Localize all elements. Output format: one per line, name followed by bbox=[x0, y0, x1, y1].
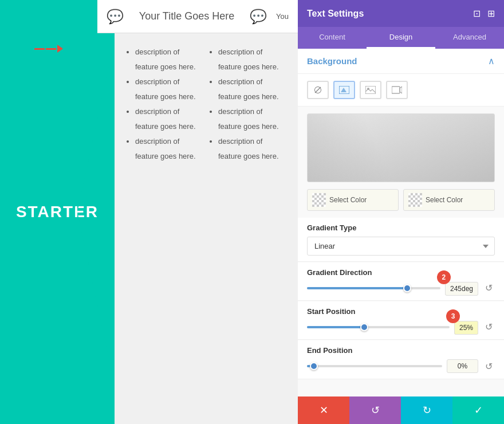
checker-box-2 bbox=[408, 193, 422, 207]
gradient-direction-track bbox=[307, 287, 440, 289]
badge-2: 2 bbox=[437, 270, 451, 284]
end-position-slider-row: 0% ↺ bbox=[307, 359, 495, 373]
background-title: Background bbox=[307, 56, 357, 66]
tab-design[interactable]: Design bbox=[367, 27, 435, 49]
start-position-value[interactable]: 25% bbox=[454, 321, 478, 335]
start-position-slider-row: 3 25% ↺ bbox=[307, 320, 495, 333]
confirm-button[interactable]: ✓ bbox=[452, 396, 504, 424]
badge-3: 3 bbox=[446, 309, 460, 323]
chat-icon-right: 💬 bbox=[250, 9, 267, 25]
gradient-preview bbox=[307, 113, 495, 182]
arrow-head bbox=[57, 45, 63, 53]
feature-right-2: description of feature goes here. bbox=[218, 74, 286, 104]
feature-right-4: description of feature goes here. bbox=[218, 134, 286, 164]
gradient-direction-reset-btn[interactable]: ↺ bbox=[483, 281, 495, 295]
bg-type-row bbox=[298, 74, 504, 107]
end-position-value[interactable]: 0% bbox=[447, 359, 478, 373]
tab-content[interactable]: Content bbox=[298, 27, 367, 49]
feature-left-3: description of feature goes here. bbox=[135, 104, 203, 134]
chat-icon-left: 💬 bbox=[107, 9, 124, 25]
gradient-direction-thumb[interactable] bbox=[403, 284, 411, 292]
gradient-icon bbox=[339, 86, 349, 94]
settings-body: Background ∧ bbox=[298, 49, 504, 396]
redo-button[interactable]: ↻ bbox=[401, 396, 452, 424]
bg-type-none-btn[interactable] bbox=[307, 81, 329, 99]
header-icons: ⊡ ⊞ bbox=[473, 8, 495, 19]
color-selector-2[interactable]: Select Color bbox=[403, 189, 495, 211]
start-position-section: Start Position 3 25% ↺ bbox=[298, 301, 504, 340]
canvas-title: Your Title Goes Here bbox=[133, 10, 241, 22]
reset-button[interactable]: ↺ bbox=[349, 396, 401, 424]
red-arrow-indicator bbox=[34, 45, 63, 53]
cancel-button[interactable]: ✕ bbox=[298, 396, 349, 424]
bg-type-image-btn[interactable] bbox=[360, 81, 381, 99]
no-fill-icon bbox=[313, 85, 322, 95]
start-position-label: Start Position bbox=[307, 307, 495, 316]
bg-type-video-btn[interactable] bbox=[386, 81, 408, 99]
tab-advanced[interactable]: Advanced bbox=[435, 27, 504, 49]
you-label: You bbox=[276, 12, 289, 21]
svg-line-0 bbox=[315, 87, 321, 93]
color-label-2: Select Color bbox=[426, 196, 463, 204]
dash2 bbox=[46, 48, 56, 50]
content-area: description of feature goes here. descri… bbox=[115, 33, 298, 424]
gradient-direction-label: Gradient Direction bbox=[307, 268, 495, 277]
color-label-1: Select Color bbox=[329, 196, 367, 204]
end-position-label: End Position bbox=[307, 346, 495, 355]
end-position-section: End Position 0% ↺ bbox=[298, 340, 504, 379]
settings-title: Text Settings bbox=[307, 9, 364, 19]
features-right: description of feature goes here. descri… bbox=[209, 45, 286, 413]
bg-type-gradient-btn[interactable] bbox=[333, 81, 355, 99]
start-position-track bbox=[307, 326, 450, 328]
color-row: Select Color Select Color bbox=[307, 189, 495, 211]
video-icon bbox=[392, 86, 402, 94]
feature-left-1: description of feature goes here. bbox=[135, 45, 203, 74]
grid-icon[interactable]: ⊞ bbox=[487, 8, 495, 19]
action-bar: ✕ ↺ ↻ ✓ bbox=[298, 396, 504, 424]
end-position-reset-btn[interactable]: ↺ bbox=[483, 360, 495, 373]
gradient-preview-inner bbox=[308, 114, 494, 182]
gradient-type-label: Gradient Type bbox=[307, 223, 495, 232]
end-position-thumb[interactable] bbox=[310, 362, 318, 370]
features-left: description of feature goes here. descri… bbox=[126, 45, 203, 413]
feature-right-1: description of feature goes here. bbox=[218, 45, 286, 74]
color-selector-1[interactable]: Select Color bbox=[307, 189, 399, 211]
start-position-reset-btn[interactable]: ↺ bbox=[483, 320, 495, 333]
canvas-top-bar: 💬 Your Title Goes Here 💬 You bbox=[97, 0, 298, 33]
dash1 bbox=[34, 48, 45, 50]
feature-right-3: description of feature goes here. bbox=[218, 104, 286, 134]
gradient-direction-fill bbox=[307, 287, 407, 289]
gradient-direction-slider-row: 2 245deg ↺ bbox=[307, 281, 495, 295]
maximize-icon[interactable]: ⊡ bbox=[473, 8, 481, 19]
start-position-thumb[interactable] bbox=[360, 323, 368, 331]
background-section-header: Background ∧ bbox=[298, 49, 504, 74]
feature-left-2: description of feature goes here. bbox=[135, 74, 203, 104]
settings-header: Text Settings ⊡ ⊞ bbox=[298, 0, 504, 27]
checker-box-1 bbox=[312, 193, 326, 207]
feature-left-4: description of feature goes here. bbox=[135, 134, 203, 164]
end-position-track bbox=[307, 365, 442, 367]
color-selectors-wrapper: 1 Select Color Select Color bbox=[298, 189, 504, 211]
canvas-area: STARTER 💬 Your Title Goes Here 💬 You des… bbox=[0, 0, 298, 424]
gradient-direction-value[interactable]: 245deg bbox=[445, 282, 478, 296]
gradient-direction-section: Gradient Direction 2 245deg ↺ bbox=[298, 262, 504, 301]
tab-bar: Content Design Advanced bbox=[298, 27, 504, 49]
start-position-fill bbox=[307, 326, 364, 328]
gradient-type-dropdown[interactable]: Linear Radial bbox=[307, 237, 495, 256]
svg-rect-4 bbox=[392, 87, 400, 93]
image-icon bbox=[365, 86, 376, 94]
chevron-up-icon[interactable]: ∧ bbox=[488, 56, 495, 66]
gradient-type-section: Gradient Type Linear Radial bbox=[298, 218, 504, 262]
settings-panel: Text Settings ⊡ ⊞ Content Design Advance… bbox=[298, 0, 504, 424]
